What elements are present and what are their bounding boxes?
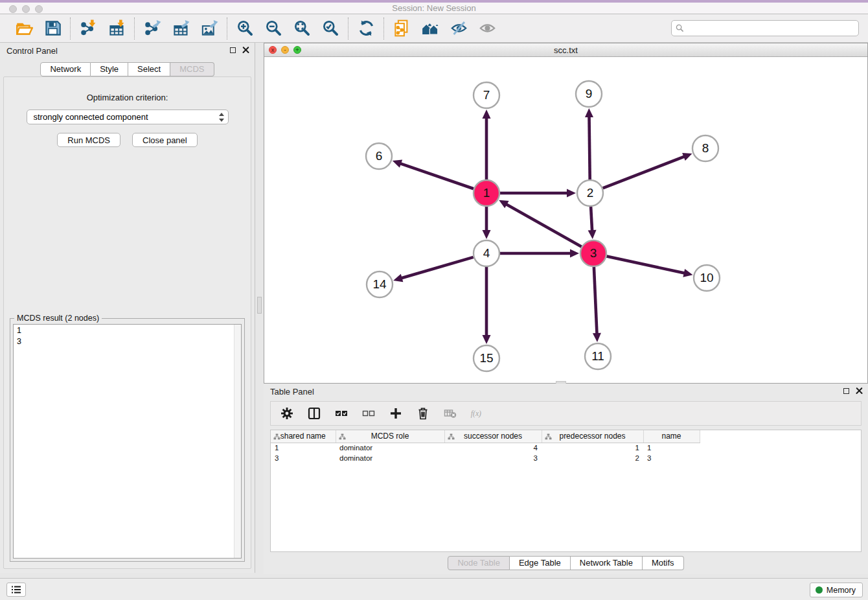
graph-node-11[interactable]: 11 (585, 343, 611, 369)
new-network-from-selection-button[interactable] (392, 19, 411, 38)
graph-node-15[interactable]: 15 (474, 345, 499, 371)
zoom-selected-button[interactable] (321, 19, 340, 38)
column-header-shared-name[interactable]: shared name (271, 430, 336, 443)
vertical-splitter-handle[interactable] (257, 297, 262, 314)
show-columns-button[interactable] (307, 406, 321, 421)
graph-edge-2-3[interactable] (588, 207, 597, 239)
table-row[interactable]: 3dominator323 (271, 453, 700, 463)
control-panel-tab-mcds[interactable]: MCDS (170, 62, 214, 76)
delete-table-icon (444, 407, 457, 420)
graph-node-6[interactable]: 6 (366, 143, 392, 169)
table-cell[interactable]: 3 (271, 453, 336, 463)
show-panels-menu-button[interactable] (6, 583, 26, 597)
toolbar-group (6, 19, 70, 38)
table-panel-close-icon[interactable] (856, 387, 863, 395)
control-panel-tab-style[interactable]: Style (91, 62, 128, 76)
graph-node-4[interactable]: 4 (474, 240, 499, 266)
table-row[interactable]: 1dominator411 (271, 443, 700, 453)
graph-node-8[interactable]: 8 (692, 135, 718, 161)
close-panel-button[interactable]: Close panel (132, 133, 198, 147)
table-panel: Table Panel f(x) shared nameMCDS rolesuc… (264, 384, 868, 574)
unselect-all-columns-button[interactable] (361, 406, 376, 421)
column-header-name[interactable]: name (643, 430, 700, 443)
graph-edge-2-9[interactable] (585, 108, 593, 179)
delete-columns-button[interactable] (416, 406, 430, 421)
table-settings-button[interactable] (280, 406, 294, 421)
graph-edge-3-10[interactable] (607, 257, 693, 277)
result-scrollbar[interactable] (234, 325, 241, 558)
add-column-button[interactable] (389, 406, 403, 421)
graph-node-9[interactable]: 9 (576, 81, 602, 107)
zoom-fit-button[interactable] (292, 19, 312, 38)
mcds-result-group: MCDS result (2 nodes) 13 (10, 318, 245, 562)
table-cell[interactable]: dominator (336, 443, 444, 453)
table-cell[interactable]: 3 (444, 453, 542, 463)
graph-node-14[interactable]: 14 (367, 271, 393, 297)
table-cell[interactable]: 1 (542, 443, 643, 453)
graph-node-7[interactable]: 7 (474, 82, 499, 108)
column-header-MCDS-role[interactable]: MCDS role (336, 430, 444, 443)
table-tab-node-table[interactable]: Node Table (448, 556, 510, 570)
node-table-container: shared nameMCDS rolesuccessor nodesprede… (270, 430, 862, 552)
graph-edge-1-6[interactable] (393, 160, 474, 189)
network-canvas[interactable]: 7968124314101511 (264, 57, 867, 383)
export-table-button[interactable] (171, 19, 190, 38)
table-cell[interactable]: dominator (336, 453, 444, 463)
export-network-button[interactable] (143, 19, 162, 38)
table-panel-float-icon[interactable] (843, 388, 849, 394)
control-panel-close-icon[interactable] (242, 47, 249, 54)
table-tab-edge-table[interactable]: Edge Table (510, 556, 571, 570)
table-cell[interactable]: 2 (542, 453, 643, 463)
zoom-out-icon (265, 19, 282, 37)
graph-edge-1-7[interactable] (483, 110, 491, 179)
column-header-successor-nodes[interactable]: successor nodes (444, 430, 542, 443)
control-panel-tab-network[interactable]: Network (40, 62, 91, 76)
import-network-button[interactable] (78, 19, 98, 38)
table-tab-motifs[interactable]: Motifs (643, 556, 684, 570)
graph-edge-1-2[interactable] (500, 189, 576, 198)
select-all-columns-button[interactable] (334, 406, 348, 421)
status-bar: Memory (0, 578, 868, 600)
graph-edge-4-14[interactable] (393, 257, 474, 282)
memory-button[interactable]: Memory (810, 583, 863, 597)
open-file-button[interactable] (14, 19, 34, 38)
toolbar-icon-groups (6, 17, 505, 40)
graph-edge-4-3[interactable] (500, 249, 579, 258)
save-session-button[interactable] (43, 19, 62, 38)
graph-edge-3-11[interactable] (593, 267, 601, 342)
graph-node-10[interactable]: 10 (694, 265, 720, 291)
search-input[interactable] (687, 24, 854, 33)
refresh-layout-icon (358, 19, 375, 37)
first-neighbors-button[interactable] (420, 19, 440, 38)
refresh-layout-button[interactable] (356, 19, 376, 38)
zoom-in-button[interactable] (235, 19, 255, 38)
export-image-button[interactable] (200, 19, 219, 38)
toolbar-group (71, 19, 134, 38)
network-window-titlebar[interactable]: x - + scc.txt (264, 43, 867, 57)
hide-selected-button[interactable] (449, 19, 468, 38)
control-panel-tab-select[interactable]: Select (128, 62, 170, 76)
column-header-predecessor-nodes[interactable]: predecessor nodes (542, 430, 643, 443)
graph-node-3[interactable]: 3 (580, 240, 606, 266)
graph-edge-2-8[interactable] (603, 153, 692, 188)
import-table-button[interactable] (107, 19, 126, 38)
graph-edge-4-15[interactable] (483, 267, 491, 344)
control-panel-float-icon[interactable] (230, 47, 236, 53)
mcds-result-textarea[interactable]: 13 (13, 324, 242, 559)
optimization-criterion-dropdown[interactable]: strongly connected component (27, 110, 229, 124)
main-toolbar (0, 14, 868, 43)
table-cell[interactable]: 1 (271, 443, 336, 453)
table-cell[interactable]: 4 (444, 443, 542, 453)
table-cell[interactable]: 3 (643, 453, 700, 463)
search-field[interactable] (671, 20, 859, 36)
graph-node-2[interactable]: 2 (577, 180, 603, 206)
run-mcds-button[interactable]: Run MCDS (57, 133, 120, 147)
table-cell[interactable]: 1 (643, 443, 700, 453)
graph-node-1[interactable]: 1 (474, 180, 499, 206)
zoom-selected-icon (322, 19, 339, 37)
network-graph[interactable]: 7968124314101511 (264, 57, 867, 383)
graph-edge-3-1[interactable] (499, 200, 582, 247)
table-tab-network-table[interactable]: Network Table (571, 556, 643, 570)
zoom-out-button[interactable] (264, 19, 283, 38)
graph-edge-1-4[interactable] (483, 207, 491, 239)
